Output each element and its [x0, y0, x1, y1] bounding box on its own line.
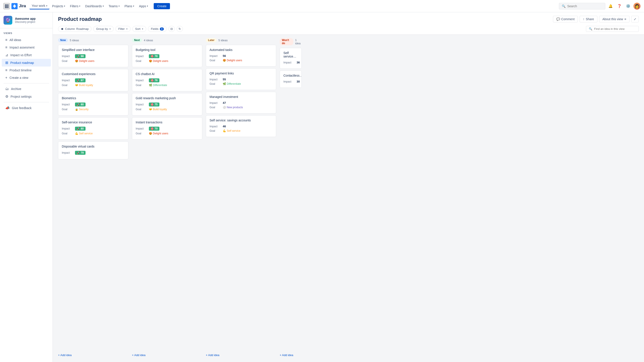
sidebar-project-settings[interactable]: ⚙ Project settings: [2, 93, 51, 100]
group-by-button[interactable]: Group by +: [93, 26, 114, 32]
search-bar[interactable]: 🔍: [559, 3, 605, 9]
add-idea-button[interactable]: + Add idea: [280, 352, 302, 359]
title-actions: 💬 Comment ↑ Share About this view ≡ ⤢: [553, 16, 639, 22]
goal-label: Goal: [136, 132, 149, 135]
card[interactable]: BiometricsImpact🚀 80Goal🔒 Security: [58, 93, 128, 116]
settings-icon[interactable]: ⚙️: [625, 3, 632, 10]
impact-label: Impact: [136, 127, 149, 130]
card-title: Budgeting tool: [136, 48, 198, 52]
card-goal-row: Goal🌿 Differentiate: [136, 84, 198, 87]
share-button[interactable]: ↑ Share: [580, 16, 597, 22]
nav-apps[interactable]: Apps ▾: [137, 3, 150, 9]
search-input[interactable]: [567, 4, 602, 8]
sidebar-item-all-ideas[interactable]: ≡ All ideas: [2, 36, 51, 44]
plus-icon: +: [109, 27, 111, 30]
goal-value: 😍 Delight users: [223, 59, 242, 62]
about-view-button[interactable]: About this view ≡: [599, 16, 630, 22]
search-icon: 🔍: [562, 4, 566, 8]
idea-search[interactable]: 🔍: [586, 26, 639, 32]
card[interactable]: Automated tasksImpact56Goal😍 Delight use…: [206, 45, 276, 66]
sidebar-create-view[interactable]: + Create a view: [2, 74, 51, 81]
help-icon[interactable]: ❓: [616, 3, 623, 10]
card-title: Managed investment: [210, 95, 272, 99]
card-title: Self-service insurance: [62, 121, 125, 124]
card[interactable]: Self service…Impact36: [280, 48, 302, 69]
jira-logo[interactable]: Jira: [12, 3, 26, 9]
card[interactable]: Gold rewards marketing pushImpact🎯 75Goa…: [132, 93, 202, 116]
views-label: VIEWS: [0, 28, 52, 36]
card[interactable]: Self-service insuranceImpact🚀 80Goal💪 Se…: [58, 117, 128, 140]
nav-plans[interactable]: Plans ▾: [122, 3, 136, 9]
impact-value: 30: [296, 80, 300, 83]
card[interactable]: Simplified user interfaceImpact🚀 98Goal😍…: [58, 45, 128, 67]
card-impact-row: Impact🚀 80: [62, 103, 125, 106]
column-button[interactable]: ⏺ Column Roadmap: [58, 26, 92, 32]
impact-label: Impact: [284, 80, 296, 83]
card-title: Customised experiences: [62, 72, 125, 76]
card[interactable]: Contactless…Impact30: [280, 70, 302, 88]
auto-sort-button[interactable]: ↻: [176, 26, 183, 32]
impact-label: Impact: [136, 55, 149, 58]
card[interactable]: Disposable virtual cardsImpact🚀 79: [58, 141, 128, 159]
plus-icon: +: [142, 27, 144, 30]
chevron-icon: ▾: [64, 5, 65, 7]
sidebar-archive[interactable]: 🗂 Archive: [2, 85, 51, 93]
nav-projects[interactable]: Projects ▾: [50, 3, 68, 9]
card[interactable]: Managed investmentImpact47Goal⚪ New prod…: [206, 92, 276, 114]
sidebar-item-product-timeline[interactable]: ≡ Product timeline: [2, 66, 51, 74]
card[interactable]: Budgeting toolImpact🎯 78Goal😍 Delight us…: [132, 45, 202, 67]
goal-value: 🌿 Differentiate: [223, 82, 241, 85]
card[interactable]: Customised experiencesImpact🚀 97Goal🤝 Bu…: [58, 69, 128, 91]
card[interactable]: CS chatbot AIImpact🎯 76Goal🌿 Differentia…: [132, 69, 202, 91]
card-title: Biometrics: [62, 96, 125, 100]
impact-label: Impact: [62, 103, 75, 106]
grid-icon[interactable]: [4, 3, 10, 9]
card[interactable]: Instant transactionsImpact🎯 70Goal😍 Deli…: [132, 117, 202, 140]
column-next: Next4 ideasBudgeting toolImpact🎯 78Goal😍…: [132, 38, 202, 359]
sidebar-item-impact-assessment[interactable]: ≡ Impact assesment: [2, 44, 51, 51]
add-idea-button[interactable]: + Add idea: [132, 352, 202, 359]
goal-label: Goal: [210, 106, 223, 109]
sidebar-item-impact-vs-effort[interactable]: ⊿ Impact vs Effort: [2, 51, 51, 59]
column-tag: Next: [132, 38, 142, 42]
toolbar: ⏺ Column Roadmap Group by + Filter + Sor…: [58, 26, 639, 34]
nav-filters[interactable]: Filters ▾: [68, 3, 82, 9]
impact-value: 🎯 75: [149, 103, 160, 106]
notifications-icon[interactable]: 🔔: [607, 3, 614, 10]
share-icon: ↑: [583, 17, 584, 21]
card-impact-row: Impact🚀 98: [62, 54, 125, 58]
card[interactable]: Self service: savings accountsImpact46Go…: [206, 115, 276, 137]
nav-teams[interactable]: Teams ▾: [106, 3, 122, 9]
card-impact-row: Impact🚀 79: [62, 151, 125, 155]
create-button[interactable]: Create: [154, 3, 170, 9]
card-impact-row: Impact🚀 80: [62, 127, 125, 131]
card[interactable]: QR payment linksImpact55Goal🌿 Differenti…: [206, 68, 276, 90]
sidebar-item-product-roadmap[interactable]: ⊞ Product roadmap: [2, 59, 51, 66]
impact-value: 🚀 79: [75, 151, 86, 155]
idea-search-input[interactable]: [594, 27, 634, 30]
card-title: Self service…: [284, 51, 298, 58]
sort-button[interactable]: Sort +: [132, 26, 146, 32]
avatar[interactable]: 👩: [634, 3, 640, 10]
card-impact-row: Impact55: [210, 78, 272, 81]
add-idea-button[interactable]: + Add idea: [206, 352, 276, 359]
goal-value: 😍 Delight users: [75, 59, 94, 63]
impact-label: Impact: [62, 55, 75, 58]
card-impact-row: Impact🎯 76: [136, 78, 198, 82]
sidebar-give-feedback[interactable]: 📣 Give feedback: [2, 104, 51, 112]
svg-rect-6: [5, 7, 6, 8]
card-title: CS chatbot AI: [136, 72, 198, 76]
column-count: 4 ideas: [144, 39, 153, 42]
fields-button[interactable]: Fields 3: [148, 26, 167, 32]
nav-dashboards[interactable]: Dashboards ▾: [83, 3, 106, 9]
view-options-button[interactable]: ⊟: [168, 26, 175, 32]
add-idea-button[interactable]: + Add idea: [58, 352, 128, 359]
column-tag: Now: [58, 38, 68, 42]
goal-value: ⚪ New products: [223, 106, 243, 109]
nav-your-work[interactable]: Your work ▾: [30, 3, 50, 9]
filter-button[interactable]: Filter +: [116, 26, 130, 32]
comment-button[interactable]: 💬 Comment: [553, 16, 578, 22]
goal-value: 🤝 Build loyalty: [75, 84, 93, 87]
expand-button[interactable]: ⤢: [631, 16, 639, 22]
impact-label: Impact: [210, 125, 223, 128]
